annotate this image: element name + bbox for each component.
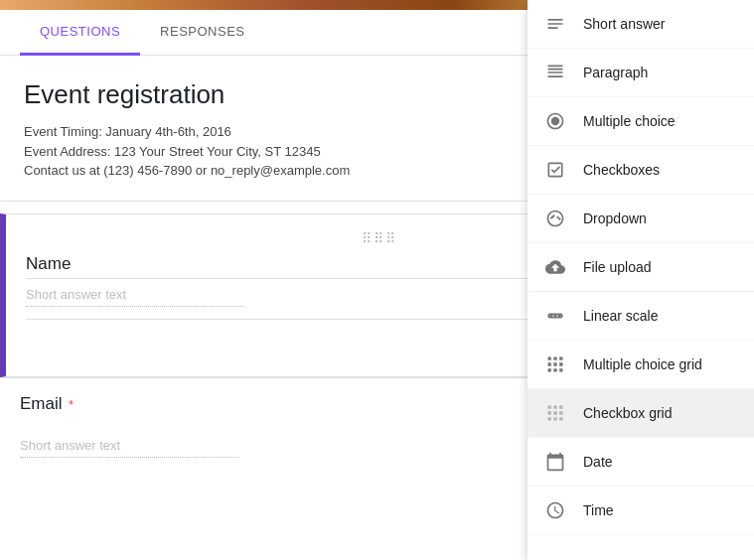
menu-item-dropdown[interactable]: Dropdown bbox=[528, 195, 754, 243]
menu-item-checkbox-grid[interactable]: Checkbox grid bbox=[528, 389, 754, 438]
menu-item-paragraph[interactable]: Paragraph bbox=[528, 49, 754, 97]
dropdown-icon bbox=[543, 207, 567, 230]
menu-label-checkbox-grid: Checkbox grid bbox=[583, 405, 738, 421]
menu-item-date[interactable]: Date bbox=[528, 438, 754, 487]
svg-point-2 bbox=[553, 314, 556, 317]
menu-label-paragraph: Paragraph bbox=[583, 65, 738, 80]
tab-questions[interactable]: QUESTIONS bbox=[20, 10, 140, 56]
multiple-choice-icon bbox=[543, 109, 567, 133]
menu-item-checkboxes[interactable]: Checkboxes bbox=[528, 146, 754, 195]
menu-label-short-answer: Short answer bbox=[583, 16, 738, 32]
menu-label-multiple-choice-grid: Multiple choice grid bbox=[583, 356, 738, 372]
email-field-label: Email bbox=[20, 394, 63, 413]
file-upload-icon bbox=[543, 255, 567, 279]
dropdown-menu: Short answer Paragraph Multiple choice bbox=[528, 0, 754, 560]
name-field-placeholder: Short answer text bbox=[26, 287, 244, 307]
email-field-placeholder: Short answer text bbox=[20, 438, 238, 458]
menu-label-time: Time bbox=[583, 502, 738, 518]
svg-point-0 bbox=[551, 117, 559, 125]
menu-item-linear-scale[interactable]: Linear scale bbox=[528, 292, 754, 341]
menu-item-short-answer[interactable]: Short answer bbox=[528, 0, 754, 49]
menu-label-linear-scale: Linear scale bbox=[583, 308, 738, 324]
tab-responses[interactable]: RESPONSES bbox=[140, 10, 264, 56]
main-container: QUESTIONS RESPONSES Event registration E… bbox=[0, 10, 754, 560]
menu-label-multiple-choice: Multiple choice bbox=[583, 113, 738, 129]
menu-label-dropdown: Dropdown bbox=[583, 210, 738, 226]
linear-scale-icon bbox=[543, 304, 567, 328]
required-star: * bbox=[69, 397, 74, 412]
multiple-choice-grid-icon bbox=[543, 352, 567, 376]
menu-label-checkboxes: Checkboxes bbox=[583, 162, 738, 178]
date-icon bbox=[543, 450, 567, 474]
menu-label-date: Date bbox=[583, 454, 738, 470]
time-icon bbox=[543, 498, 567, 522]
menu-item-multiple-choice[interactable]: Multiple choice bbox=[528, 97, 754, 146]
menu-item-multiple-choice-grid[interactable]: Multiple choice grid bbox=[528, 341, 754, 389]
checkbox-grid-icon bbox=[543, 401, 567, 425]
svg-point-1 bbox=[549, 314, 552, 317]
menu-item-time[interactable]: Time bbox=[528, 487, 754, 535]
menu-item-file-upload[interactable]: File upload bbox=[528, 243, 754, 292]
paragraph-icon bbox=[543, 61, 567, 84]
short-answer-icon bbox=[543, 12, 567, 36]
menu-label-file-upload: File upload bbox=[583, 259, 738, 275]
checkboxes-icon bbox=[543, 158, 567, 182]
svg-point-3 bbox=[558, 314, 561, 317]
